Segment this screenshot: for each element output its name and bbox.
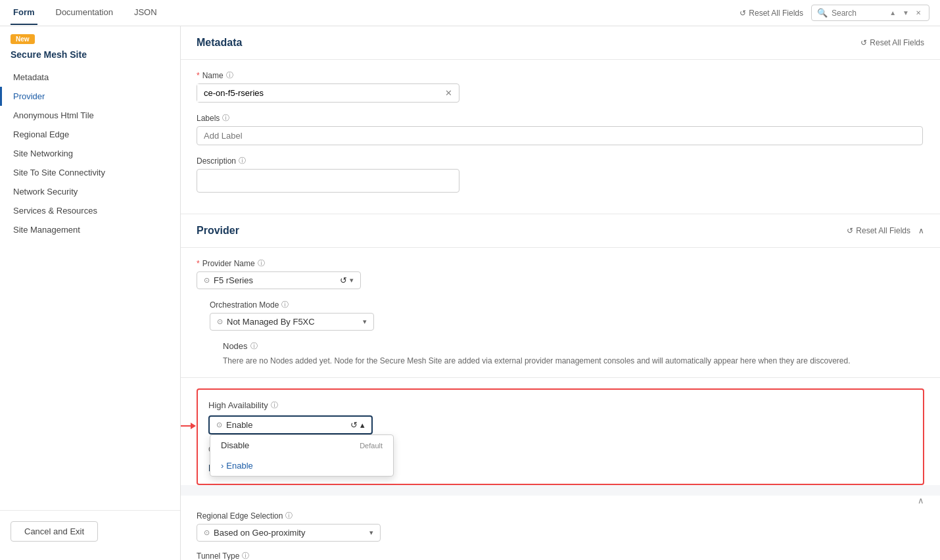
provider-refresh-icon[interactable]: ↺ — [340, 275, 347, 285]
sidebar-title: Secure Mesh Site — [0, 49, 180, 68]
description-input[interactable] — [197, 169, 459, 193]
arrow-head — [191, 423, 196, 429]
reset-icon-metadata: ↺ — [860, 38, 867, 47]
name-label: * Name ⓘ — [197, 70, 924, 80]
provider-name-select[interactable]: ⊙ F5 rSeries ↺ ▾ — [197, 271, 361, 289]
tab-documentation[interactable]: Documentation — [53, 1, 116, 25]
regional-edge-selection-group: Regional Edge Selection ⓘ ⊙ Based on Geo… — [197, 511, 924, 542]
regional-edge-selection-select[interactable]: ⊙ Based on Geo-proximity ▾ — [197, 524, 381, 542]
global-reset-all-button[interactable]: ↺ Reset All Fields — [740, 9, 803, 18]
top-nav-right: ↺ Reset All Fields 🔍 ▲ ▼ ✕ — [740, 5, 929, 21]
cancel-exit-button[interactable]: Cancel and Exit — [11, 521, 98, 542]
name-input[interactable] — [197, 84, 438, 102]
new-badge: New — [11, 34, 35, 44]
name-input-wrap: ✕ — [197, 83, 459, 103]
ha-select-icon: ⊙ — [216, 421, 222, 429]
ha-chevron-up-icon: ▴ — [360, 420, 365, 430]
ha-option-disable[interactable]: Disable Default — [210, 435, 393, 455]
sidebar-item-metadata[interactable]: Metadata — [0, 68, 180, 87]
top-navigation: Form Documentation JSON ↺ Reset All Fiel… — [0, 0, 940, 26]
nodes-section: Nodes ⓘ There are no Nodes added yet. No… — [223, 341, 924, 367]
ha-select-dropdown[interactable]: ⊙ Enable ↺ ▴ Disable Default — [208, 415, 373, 434]
provider-name-group: * Provider Name ⓘ ⊙ F5 rSeries ↺ ▾ — [197, 258, 924, 289]
sidebar-item-site-networking[interactable]: Site Networking — [0, 144, 180, 163]
tunnel-type-info-icon[interactable]: ⓘ — [242, 551, 249, 560]
nodes-description: There are no Nodes added yet. Node for t… — [223, 355, 924, 367]
ha-selected-check: › — [221, 461, 223, 471]
ha-refresh-icon[interactable]: ↺ — [350, 420, 358, 430]
labels-label: Labels ⓘ — [197, 113, 924, 123]
ha-select-row: ⊙ Enable ↺ ▴ Disable Default — [208, 415, 912, 434]
nodes-label: Nodes ⓘ — [223, 341, 924, 351]
provider-reset-button[interactable]: ↺ Reset All Fields ∧ — [847, 226, 924, 235]
re-select-icon: ⊙ — [204, 528, 210, 537]
provider-section: Provider ↺ Reset All Fields ∧ * Provider… — [181, 214, 940, 378]
search-next-button[interactable]: ▼ — [900, 8, 912, 18]
sidebar-item-services-resources[interactable]: Services & Resources — [0, 201, 180, 220]
orch-select-icon: ⊙ — [217, 317, 223, 326]
labels-input[interactable] — [197, 126, 923, 145]
sidebar-item-regional-edge[interactable]: Regional Edge — [0, 125, 180, 144]
orch-chevron-icon: ▾ — [363, 317, 367, 326]
ha-container: High Availability ⓘ ⊙ Enable — [181, 378, 940, 485]
ha-info-icon[interactable]: ⓘ — [271, 400, 278, 410]
high-availability-section: High Availability ⓘ ⊙ Enable — [197, 388, 924, 485]
name-field-group: * Name ⓘ ✕ — [197, 70, 924, 103]
sidebar: New Secure Mesh Site Metadata Provider A… — [0, 26, 181, 560]
provider-title: Provider — [197, 225, 239, 237]
provider-section-header: Provider ↺ Reset All Fields ∧ — [181, 214, 940, 248]
sidebar-item-site-to-site-connectivity[interactable]: Site To Site Connectivity — [0, 163, 180, 182]
metadata-reset-button[interactable]: ↺ Reset All Fields — [860, 38, 924, 47]
sidebar-item-provider[interactable]: Provider — [0, 87, 180, 106]
provider-name-info-icon[interactable]: ⓘ — [258, 258, 265, 268]
reset-icon: ↺ — [740, 9, 746, 18]
name-info-icon[interactable]: ⓘ — [226, 70, 233, 80]
tab-form[interactable]: Form — [11, 1, 37, 25]
metadata-section-body: * Name ⓘ ✕ Labels ⓘ — [181, 60, 940, 214]
name-clear-button[interactable]: ✕ — [438, 84, 459, 102]
metadata-title: Metadata — [197, 37, 242, 49]
orchestration-group: Orchestration Mode ⓘ ⊙ Not Managed By F5… — [210, 300, 924, 331]
provider-section-body: * Provider Name ⓘ ⊙ F5 rSeries ↺ ▾ — [181, 248, 940, 377]
tab-json[interactable]: JSON — [131, 1, 160, 25]
sidebar-footer: Cancel and Exit — [0, 510, 180, 552]
search-box: 🔍 ▲ ▼ ✕ — [811, 5, 929, 21]
metadata-section-header: Metadata ↺ Reset All Fields — [181, 26, 940, 60]
provider-select-icon: ⊙ — [204, 276, 210, 285]
main-layout: New Secure Mesh Site Metadata Provider A… — [0, 26, 940, 560]
search-close-button[interactable]: ✕ — [913, 8, 924, 18]
labels-info-icon[interactable]: ⓘ — [222, 113, 229, 123]
metadata-section: Metadata ↺ Reset All Fields * Name ⓘ — [181, 26, 940, 214]
sidebar-item-anonymous-html-tile[interactable]: Anonymous Html Tile — [0, 106, 180, 125]
description-field-group: Description ⓘ — [197, 156, 924, 193]
tunnel-type-label: Tunnel Type ⓘ — [197, 551, 924, 560]
main-content: Metadata ↺ Reset All Fields * Name ⓘ — [181, 26, 940, 560]
provider-chevron-icon: ▾ — [350, 276, 354, 285]
search-prev-button[interactable]: ▲ — [887, 8, 899, 18]
sidebar-item-network-security[interactable]: Network Security — [0, 182, 180, 201]
nodes-info-icon[interactable]: ⓘ — [250, 341, 258, 351]
search-icon: 🔍 — [817, 8, 828, 18]
ha-option-enable[interactable]: › Enable — [210, 455, 393, 476]
ha-dropdown-menu: Disable Default › Enable — [210, 434, 394, 477]
sidebar-item-site-management[interactable]: Site Management — [0, 220, 180, 239]
description-info-icon[interactable]: ⓘ — [239, 156, 246, 166]
orchestration-select[interactable]: ⊙ Not Managed By F5XC ▾ — [210, 313, 374, 331]
provider-name-label: * Provider Name ⓘ — [197, 258, 924, 268]
search-input[interactable] — [832, 9, 883, 18]
description-label: Description ⓘ — [197, 156, 924, 166]
regional-edge-selection-label: Regional Edge Selection ⓘ — [197, 511, 924, 521]
reset-icon-provider: ↺ — [847, 226, 853, 235]
ha-label: High Availability ⓘ — [208, 400, 912, 410]
re-selection-chevron: ▾ — [369, 528, 373, 537]
red-arrow-indicator — [181, 425, 195, 427]
orchestration-info-icon[interactable]: ⓘ — [281, 300, 289, 310]
re-selection-info-icon[interactable]: ⓘ — [285, 511, 293, 521]
tunnel-type-group: Tunnel Type ⓘ IPSEC and SSL ✕ ▾ — [197, 551, 924, 560]
orchestration-label: Orchestration Mode ⓘ — [210, 300, 924, 310]
regional-edge-collapse-button[interactable]: ∧ — [918, 496, 924, 505]
labels-field-group: Labels ⓘ — [197, 113, 924, 145]
regional-edge-body: ∧ Regional Edge Selection ⓘ ⊙ Based on G… — [181, 496, 940, 560]
search-nav-buttons: ▲ ▼ ✕ — [887, 8, 924, 18]
provider-collapse-icon[interactable]: ∧ — [918, 226, 924, 235]
